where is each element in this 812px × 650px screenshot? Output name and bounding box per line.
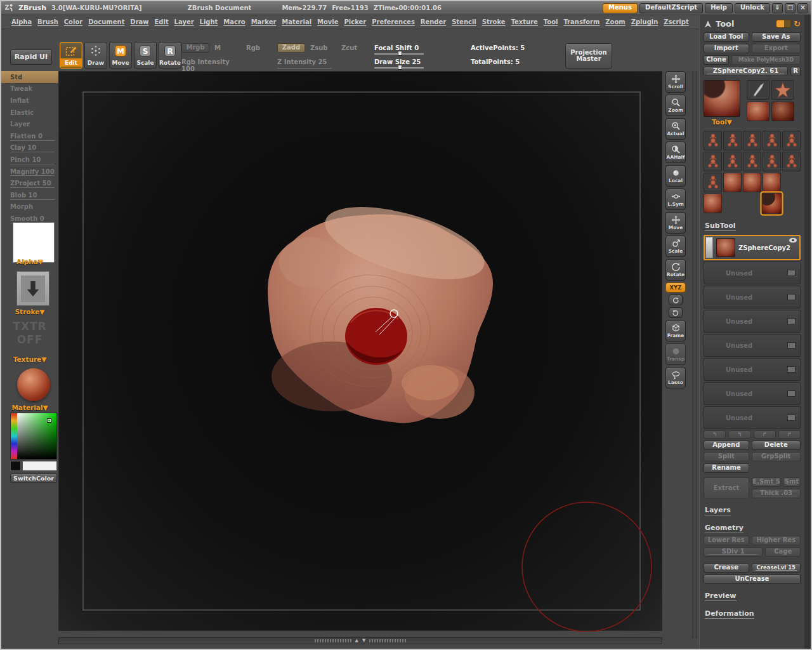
main-color-swatch[interactable] [22,461,57,471]
creaselvl-slider[interactable]: CreaseLvl 15 [752,563,801,573]
tool-thumb-star[interactable] [771,80,794,100]
texture-flyout[interactable]: Texture▼ [1,355,58,363]
uncrease-button[interactable]: UnCrease [704,574,801,584]
unlock-button[interactable]: Unlock [735,3,770,13]
switch-color-button[interactable]: SwitchColor [10,474,57,483]
panel-cycle-icon[interactable]: ↻ [794,20,801,28]
tool-thumb-skeleton[interactable] [723,131,742,150]
tool-thumb-sphere[interactable] [743,173,761,192]
menu-movie[interactable]: Movie [317,18,339,25]
stroke-thumbnail[interactable] [16,271,49,306]
menu-preferences[interactable]: Preferences [372,18,415,25]
mrgb-button[interactable]: Mrgb [181,43,209,53]
tool-thumb-sphere[interactable] [763,173,781,192]
projection-master-button[interactable]: Projection Master [565,43,612,69]
sculpt-model[interactable] [268,192,493,423]
export-button[interactable]: Export [752,44,801,53]
window-shade-button[interactable]: ⇓ [772,3,783,13]
menu-tool[interactable]: Tool [544,18,558,25]
hue-strip[interactable] [11,413,17,459]
subtool-section-header[interactable]: SubTool [705,222,736,231]
subtool-item-unused[interactable]: Unused [704,262,801,284]
panel-divider[interactable] [692,71,697,639]
menu-layer[interactable]: Layer [174,18,194,25]
move-mode-button[interactable]: MMove [109,42,132,69]
strip-z-sym-icon-button[interactable] [669,307,683,318]
tool-thumb-skeleton[interactable] [763,131,781,150]
zadd-button[interactable]: Zadd [277,43,305,53]
smt-slider[interactable]: Smt [783,477,801,487]
alpha-thumbnail[interactable] [13,222,55,263]
m-button[interactable]: M [214,44,221,51]
subtool-order-arrow-1[interactable]: ↰ [728,430,750,439]
strip-actual-button[interactable]: Actual [665,118,686,140]
brush-magnify[interactable]: Magnify 100 [1,166,58,178]
zsub-button[interactable]: Zsub [310,44,327,51]
subtool-checkbox[interactable] [787,366,796,373]
scroll-track-left[interactable] [315,639,351,642]
tool-thumb-sphere[interactable] [747,102,769,121]
restore-config-button[interactable]: R [790,67,801,76]
subtool-item-unused[interactable]: Unused [704,382,801,405]
split-button[interactable]: Split [704,452,749,461]
subtool-item-unused[interactable]: Unused [704,310,801,333]
zcut-button[interactable]: Zcut [341,44,357,51]
subtool-item-selected[interactable]: ZSphereCopy2 [704,235,801,260]
edit-mode-button[interactable]: Edit [60,42,82,69]
strip-scale-button[interactable]: Scale [665,235,686,257]
load-tool-button[interactable]: Load Tool [704,32,749,42]
tool-palette-title[interactable]: Tool [716,19,734,29]
canvas-h-scrollbar[interactable]: ▲ ▼ [58,637,662,644]
menu-brush[interactable]: Brush [37,18,58,25]
material-thumbnail[interactable] [17,368,50,401]
brush-tweak[interactable]: Tweak [1,83,58,95]
brush-flatten[interactable]: Flatten 0 [1,130,58,142]
strip-aahalf-button[interactable]: AAHalf [665,142,686,163]
scroll-track-right[interactable] [369,639,406,642]
strip-l-sym-button[interactable]: L.Sym [665,189,686,210]
document-canvas[interactable] [58,71,662,631]
append-button[interactable]: Append [704,441,749,450]
brush-elastic[interactable]: Elastic [1,107,58,119]
menu-alpha[interactable]: Alpha [11,18,32,25]
menu-document[interactable]: Document [88,18,124,25]
brush-blob[interactable]: Blob 10 [1,189,58,201]
save-as-button[interactable]: Save As [752,32,801,42]
esmt-slider[interactable]: E.Smt 5 [752,477,781,487]
help-button[interactable]: Help [705,3,733,13]
material-flyout[interactable]: Material▼ [1,404,58,411]
strip-transp-button[interactable]: Transp [665,343,686,365]
brush-inflat[interactable]: Inflat [1,95,58,107]
tool-thumb-skeleton[interactable] [782,131,801,150]
sdiv-slider[interactable]: SDiv 1 [704,547,763,557]
tool-thumb-skeleton[interactable] [782,152,801,171]
strip-move-button[interactable]: Move [665,212,686,234]
menu-stencil[interactable]: Stencil [452,18,476,25]
subtool-item-unused[interactable]: Unused [704,334,801,357]
menus-button[interactable]: Menus [603,3,638,13]
clone-button[interactable]: Clone [704,55,729,65]
menu-material[interactable]: Material [282,18,311,25]
tool-thumb-skeleton[interactable] [723,152,742,171]
subtool-scrollbar[interactable] [705,237,713,258]
active-tool-slider[interactable]: ZSphereCopy2. 61 [704,67,788,76]
strip-rotate-button[interactable]: Rotate [665,259,686,281]
menu-zscript[interactable]: Zscript [664,18,688,25]
alt-color-swatch[interactable] [10,461,21,471]
scale-mode-button[interactable]: SScale [134,42,157,69]
brush-zproject[interactable]: ZProject 50 [1,177,58,189]
layers-section-header[interactable]: Layers [705,506,731,515]
subtool-order-arrow-0[interactable]: ↰ [704,430,726,439]
subtool-order-arrow-2[interactable]: ↱ [754,430,776,439]
strip-zoom-button[interactable]: Zoom [665,95,686,116]
brush-morph[interactable]: Morph [1,201,58,213]
menu-macro[interactable]: Macro [223,18,245,25]
strip-local-button[interactable]: Local [665,165,686,187]
active-tool-preview[interactable] [704,80,740,117]
alpha-flyout[interactable]: Alpha▼ [1,258,58,265]
brush-pinch[interactable]: Pinch 10 [1,154,58,166]
brush-layer[interactable]: Layer [1,118,58,130]
subtool-checkbox[interactable] [787,390,796,397]
make-polymesh3d-button[interactable]: Make PolyMesh3D [731,55,801,65]
menu-transform[interactable]: Transform [563,18,599,25]
